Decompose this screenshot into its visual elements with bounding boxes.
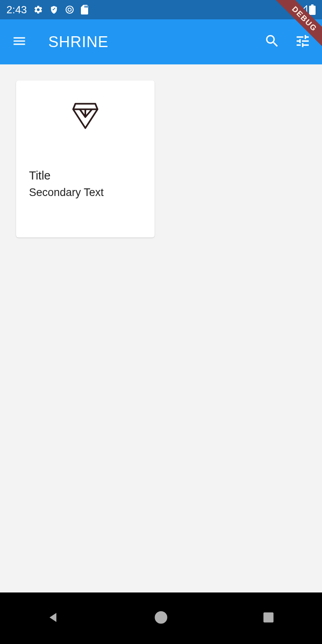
svg-rect-5 [311,4,314,6]
card-body: Title Secondary Text [16,169,155,212]
sd-card-icon [81,5,89,14]
app-bar-actions [262,32,312,52]
svg-rect-3 [87,6,88,8]
svg-rect-4 [309,6,316,15]
svg-rect-7 [263,613,273,623]
status-left: 2:43 [6,4,89,16]
svg-rect-2 [86,6,87,8]
menu-icon [12,33,27,50]
navigation-bar [0,592,322,644]
back-button[interactable] [41,606,66,630]
product-card[interactable]: Title Secondary Text [16,80,155,237]
tune-icon [295,33,311,51]
card-subtitle: Secondary Text [29,186,142,199]
card-title: Title [29,169,142,182]
app-title: SHRINE [48,33,109,51]
recent-button[interactable] [256,606,281,630]
sync-icon [65,5,74,14]
app-bar: SHRINE [0,19,322,64]
back-icon [47,611,60,626]
search-button[interactable] [262,32,282,52]
home-button[interactable] [149,606,173,630]
protect-icon [50,5,58,14]
home-icon [154,611,168,626]
battery-icon [309,4,316,15]
svg-point-6 [155,611,167,623]
recent-icon [262,611,275,625]
svg-rect-1 [85,6,85,8]
content-area: Title Secondary Text [0,64,322,592]
svg-point-0 [66,6,73,13]
tune-button[interactable] [293,32,312,52]
settings-icon [33,5,43,14]
card-image [16,80,155,169]
status-bar: 2:43 [0,0,322,19]
menu-button[interactable] [10,32,29,52]
search-icon [264,33,280,51]
diamond-icon [72,101,99,132]
status-time: 2:43 [6,4,27,16]
